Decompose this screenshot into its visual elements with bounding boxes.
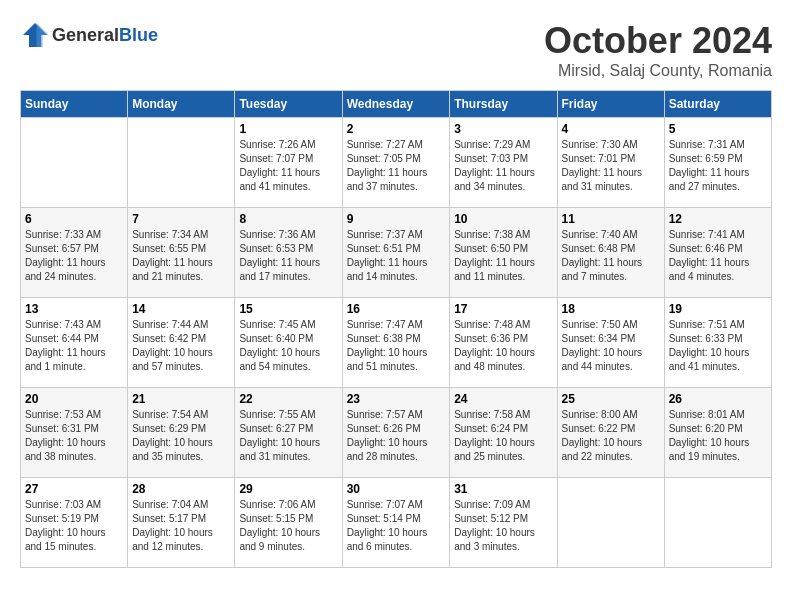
day-detail: Sunrise: 7:34 AM Sunset: 6:55 PM Dayligh… (132, 228, 230, 284)
calendar-day-cell: 28Sunrise: 7:04 AM Sunset: 5:17 PM Dayli… (128, 478, 235, 568)
calendar-day-cell: 6Sunrise: 7:33 AM Sunset: 6:57 PM Daylig… (21, 208, 128, 298)
day-number: 2 (347, 122, 446, 136)
calendar-day-cell: 23Sunrise: 7:57 AM Sunset: 6:26 PM Dayli… (342, 388, 450, 478)
calendar-day-header: Monday (128, 91, 235, 118)
day-detail: Sunrise: 7:51 AM Sunset: 6:33 PM Dayligh… (669, 318, 767, 374)
day-number: 15 (239, 302, 337, 316)
day-number: 17 (454, 302, 552, 316)
day-number: 4 (562, 122, 660, 136)
day-number: 10 (454, 212, 552, 226)
day-number: 21 (132, 392, 230, 406)
day-detail: Sunrise: 7:45 AM Sunset: 6:40 PM Dayligh… (239, 318, 337, 374)
calendar-day-header: Friday (557, 91, 664, 118)
title-section: October 2024 Mirsid, Salaj County, Roman… (544, 20, 772, 80)
day-number: 16 (347, 302, 446, 316)
day-detail: Sunrise: 7:29 AM Sunset: 7:03 PM Dayligh… (454, 138, 552, 194)
calendar-day-cell: 13Sunrise: 7:43 AM Sunset: 6:44 PM Dayli… (21, 298, 128, 388)
day-number: 8 (239, 212, 337, 226)
day-number: 5 (669, 122, 767, 136)
day-number: 11 (562, 212, 660, 226)
day-detail: Sunrise: 7:26 AM Sunset: 7:07 PM Dayligh… (239, 138, 337, 194)
day-detail: Sunrise: 7:57 AM Sunset: 6:26 PM Dayligh… (347, 408, 446, 464)
day-number: 9 (347, 212, 446, 226)
calendar-day-cell: 10Sunrise: 7:38 AM Sunset: 6:50 PM Dayli… (450, 208, 557, 298)
page-header: GeneralBlue October 2024 Mirsid, Salaj C… (20, 20, 772, 80)
logo: GeneralBlue (20, 20, 158, 50)
calendar-day-cell: 5Sunrise: 7:31 AM Sunset: 6:59 PM Daylig… (664, 118, 771, 208)
day-detail: Sunrise: 7:40 AM Sunset: 6:48 PM Dayligh… (562, 228, 660, 284)
day-detail: Sunrise: 7:43 AM Sunset: 6:44 PM Dayligh… (25, 318, 123, 374)
day-detail: Sunrise: 7:50 AM Sunset: 6:34 PM Dayligh… (562, 318, 660, 374)
day-number: 6 (25, 212, 123, 226)
calendar-day-cell: 18Sunrise: 7:50 AM Sunset: 6:34 PM Dayli… (557, 298, 664, 388)
day-detail: Sunrise: 7:54 AM Sunset: 6:29 PM Dayligh… (132, 408, 230, 464)
calendar-day-cell: 24Sunrise: 7:58 AM Sunset: 6:24 PM Dayli… (450, 388, 557, 478)
day-number: 29 (239, 482, 337, 496)
day-detail: Sunrise: 7:03 AM Sunset: 5:19 PM Dayligh… (25, 498, 123, 554)
logo-blue: Blue (119, 25, 158, 45)
logo-general: General (52, 25, 119, 45)
calendar-day-cell: 25Sunrise: 8:00 AM Sunset: 6:22 PM Dayli… (557, 388, 664, 478)
calendar-week-row: 1Sunrise: 7:26 AM Sunset: 7:07 PM Daylig… (21, 118, 772, 208)
day-detail: Sunrise: 7:48 AM Sunset: 6:36 PM Dayligh… (454, 318, 552, 374)
day-detail: Sunrise: 7:06 AM Sunset: 5:15 PM Dayligh… (239, 498, 337, 554)
day-detail: Sunrise: 7:33 AM Sunset: 6:57 PM Dayligh… (25, 228, 123, 284)
calendar-day-header: Wednesday (342, 91, 450, 118)
calendar-day-header: Tuesday (235, 91, 342, 118)
day-number: 27 (25, 482, 123, 496)
day-number: 20 (25, 392, 123, 406)
day-detail: Sunrise: 7:38 AM Sunset: 6:50 PM Dayligh… (454, 228, 552, 284)
day-number: 28 (132, 482, 230, 496)
day-number: 13 (25, 302, 123, 316)
day-detail: Sunrise: 7:47 AM Sunset: 6:38 PM Dayligh… (347, 318, 446, 374)
calendar-day-header: Saturday (664, 91, 771, 118)
calendar-day-cell: 15Sunrise: 7:45 AM Sunset: 6:40 PM Dayli… (235, 298, 342, 388)
day-number: 30 (347, 482, 446, 496)
calendar-day-cell (557, 478, 664, 568)
calendar-day-cell: 27Sunrise: 7:03 AM Sunset: 5:19 PM Dayli… (21, 478, 128, 568)
calendar-day-cell (21, 118, 128, 208)
calendar-day-cell: 16Sunrise: 7:47 AM Sunset: 6:38 PM Dayli… (342, 298, 450, 388)
day-detail: Sunrise: 8:01 AM Sunset: 6:20 PM Dayligh… (669, 408, 767, 464)
calendar-week-row: 13Sunrise: 7:43 AM Sunset: 6:44 PM Dayli… (21, 298, 772, 388)
day-detail: Sunrise: 7:04 AM Sunset: 5:17 PM Dayligh… (132, 498, 230, 554)
day-number: 7 (132, 212, 230, 226)
day-number: 31 (454, 482, 552, 496)
day-number: 3 (454, 122, 552, 136)
day-number: 22 (239, 392, 337, 406)
day-number: 1 (239, 122, 337, 136)
calendar-day-cell: 7Sunrise: 7:34 AM Sunset: 6:55 PM Daylig… (128, 208, 235, 298)
day-detail: Sunrise: 7:37 AM Sunset: 6:51 PM Dayligh… (347, 228, 446, 284)
month-title: October 2024 (544, 20, 772, 62)
day-number: 19 (669, 302, 767, 316)
calendar-week-row: 27Sunrise: 7:03 AM Sunset: 5:19 PM Dayli… (21, 478, 772, 568)
day-number: 23 (347, 392, 446, 406)
day-detail: Sunrise: 7:53 AM Sunset: 6:31 PM Dayligh… (25, 408, 123, 464)
day-detail: Sunrise: 7:27 AM Sunset: 7:05 PM Dayligh… (347, 138, 446, 194)
calendar-day-header: Sunday (21, 91, 128, 118)
day-number: 25 (562, 392, 660, 406)
calendar-day-cell: 30Sunrise: 7:07 AM Sunset: 5:14 PM Dayli… (342, 478, 450, 568)
logo-icon (20, 20, 50, 50)
calendar-day-header: Thursday (450, 91, 557, 118)
calendar-day-cell (664, 478, 771, 568)
calendar-day-cell: 29Sunrise: 7:06 AM Sunset: 5:15 PM Dayli… (235, 478, 342, 568)
calendar-day-cell: 8Sunrise: 7:36 AM Sunset: 6:53 PM Daylig… (235, 208, 342, 298)
calendar-day-cell: 12Sunrise: 7:41 AM Sunset: 6:46 PM Dayli… (664, 208, 771, 298)
calendar-day-cell: 11Sunrise: 7:40 AM Sunset: 6:48 PM Dayli… (557, 208, 664, 298)
calendar-day-cell: 31Sunrise: 7:09 AM Sunset: 5:12 PM Dayli… (450, 478, 557, 568)
calendar-day-cell: 2Sunrise: 7:27 AM Sunset: 7:05 PM Daylig… (342, 118, 450, 208)
day-detail: Sunrise: 7:30 AM Sunset: 7:01 PM Dayligh… (562, 138, 660, 194)
day-detail: Sunrise: 7:07 AM Sunset: 5:14 PM Dayligh… (347, 498, 446, 554)
day-detail: Sunrise: 7:55 AM Sunset: 6:27 PM Dayligh… (239, 408, 337, 464)
calendar-week-row: 6Sunrise: 7:33 AM Sunset: 6:57 PM Daylig… (21, 208, 772, 298)
calendar-day-cell: 9Sunrise: 7:37 AM Sunset: 6:51 PM Daylig… (342, 208, 450, 298)
day-number: 24 (454, 392, 552, 406)
logo-text: GeneralBlue (52, 25, 158, 46)
calendar-day-cell: 20Sunrise: 7:53 AM Sunset: 6:31 PM Dayli… (21, 388, 128, 478)
calendar-day-cell: 19Sunrise: 7:51 AM Sunset: 6:33 PM Dayli… (664, 298, 771, 388)
day-detail: Sunrise: 7:58 AM Sunset: 6:24 PM Dayligh… (454, 408, 552, 464)
calendar-day-cell: 22Sunrise: 7:55 AM Sunset: 6:27 PM Dayli… (235, 388, 342, 478)
calendar-day-cell: 26Sunrise: 8:01 AM Sunset: 6:20 PM Dayli… (664, 388, 771, 478)
location-subtitle: Mirsid, Salaj County, Romania (544, 62, 772, 80)
